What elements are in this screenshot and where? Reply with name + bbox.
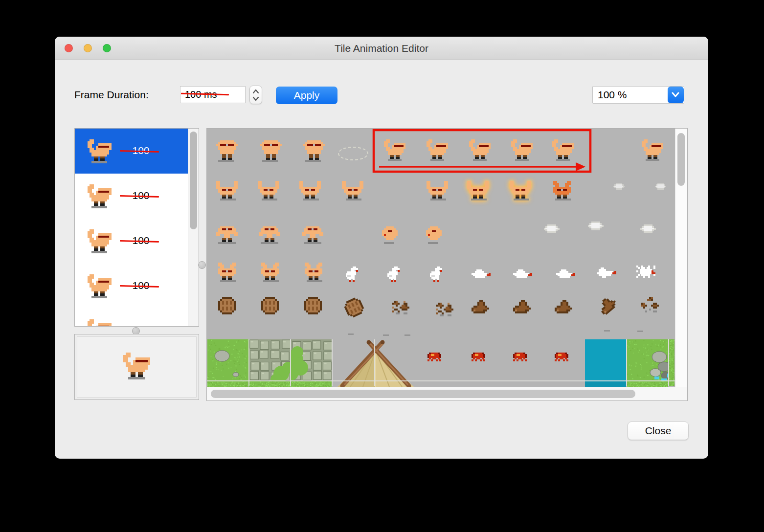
tile-sprite-speck[interactable]	[404, 334, 410, 336]
tile-sprite-raise[interactable]	[469, 139, 491, 161]
tile-sprite-puff[interactable]	[544, 224, 560, 233]
tile-sprite-water[interactable]	[585, 339, 626, 380]
tile-sprite-chickfly[interactable]	[513, 269, 534, 280]
tile-sprite-stand[interactable]	[260, 140, 284, 162]
chevron-down-icon	[252, 96, 259, 101]
tile-sprite-tent[interactable]	[334, 339, 418, 387]
tile-sprite-crab[interactable]	[427, 353, 443, 361]
tile-sprite-speck[interactable]	[348, 333, 354, 335]
tile-sprite-raise[interactable]	[511, 139, 533, 161]
tile-sprite-chickflap[interactable]	[597, 267, 618, 278]
tile-sprite-wide[interactable]	[216, 181, 238, 200]
tile-sprite-debris[interactable]	[434, 303, 455, 316]
zoom-value: 100 %	[598, 89, 627, 100]
tile-sprite-barrel[interactable]	[218, 297, 236, 314]
tile-sprite-puff[interactable]	[640, 224, 656, 233]
tile-sprite-speck[interactable]	[604, 330, 610, 332]
tile-sprite-raise[interactable]	[552, 139, 574, 161]
minimize-window-icon[interactable]	[84, 44, 92, 52]
frame-list-item[interactable]: 100	[75, 309, 188, 327]
tile-sprite-rage[interactable]	[551, 181, 573, 200]
tile-sprite-barrel[interactable]	[304, 297, 322, 314]
tile-sprite-flex[interactable]	[259, 263, 281, 282]
tile-sprite-chickfly[interactable]	[472, 269, 492, 280]
tile-sprite-log[interactable]	[472, 300, 491, 313]
tile-sprite-rolled[interactable]	[424, 226, 446, 244]
tile-sprite-debris[interactable]	[390, 301, 411, 314]
tile-sprite-wide[interactable]	[342, 181, 363, 200]
tile-sprite-chicken[interactable]	[387, 266, 403, 282]
tile-sprite-crouch[interactable]	[259, 224, 280, 244]
tile-sprite-speck[interactable]	[383, 334, 389, 336]
tile-sprite-barrel[interactable]	[261, 297, 279, 314]
tile-sprite-crab[interactable]	[513, 353, 529, 361]
tile-sprite-logtumble[interactable]	[598, 298, 618, 311]
frame-list-item[interactable]: 100	[75, 129, 188, 174]
tile-sprite-stone[interactable]	[249, 339, 290, 380]
tile-sprite-stand[interactable]	[303, 140, 327, 162]
tile-gridline	[248, 339, 249, 386]
tileset-horizontal-scrollbar-thumb[interactable]	[211, 390, 635, 398]
tileset-horizontal-scrollbar[interactable]	[207, 387, 687, 400]
tile-sprite-crab[interactable]	[472, 353, 487, 361]
tile-sprite-log[interactable]	[513, 300, 533, 313]
frame-duration-stepper[interactable]	[249, 86, 262, 104]
frame-list-items: 100100100100100	[75, 129, 188, 327]
tile-sprite-puffsmall[interactable]	[613, 183, 625, 190]
tile-sprite-flex[interactable]	[216, 263, 238, 282]
tile-sprite-chickfly[interactable]	[556, 269, 577, 280]
tile-sprite-speck[interactable]	[637, 331, 643, 332]
frame-duration-input[interactable]: 100 ms	[180, 86, 246, 103]
zoom-window-icon[interactable]	[103, 44, 111, 52]
tile-sprite-raise[interactable]	[427, 139, 448, 161]
frame-list-scrollbar[interactable]	[188, 129, 199, 326]
tile-sprite-raise[interactable]	[384, 139, 405, 161]
tile-sprite-crouch[interactable]	[216, 224, 238, 244]
tile-sprite-wide[interactable]	[299, 181, 321, 200]
tile-sprite-stonegrass[interactable]	[291, 339, 332, 380]
tile-sprite-barreltilt[interactable]	[345, 299, 363, 316]
tile-sprite-grassfrag[interactable]	[249, 381, 290, 387]
zoom-select[interactable]: 100 %	[592, 86, 684, 104]
tile-sprite-waterfrag[interactable]	[585, 381, 626, 387]
tileset-content[interactable]	[207, 129, 675, 387]
tile-sprite-grass[interactable]	[207, 339, 248, 380]
tile-sprite-crab[interactable]	[555, 353, 570, 361]
tile-sprite-log[interactable]	[555, 300, 574, 313]
tile-sprite-wide[interactable]	[427, 181, 448, 200]
frame-list-item[interactable]: 100	[75, 264, 188, 309]
zoom-dropdown-cap[interactable]	[668, 87, 684, 103]
tile-sprite-flex[interactable]	[303, 263, 324, 282]
tile-sprite-stand[interactable]	[216, 140, 240, 162]
tile-sprite-wide[interactable]	[258, 181, 279, 200]
close-button[interactable]: Close	[628, 421, 689, 440]
frame-list-scrollbar-thumb[interactable]	[190, 132, 197, 229]
titlebar[interactable]: Tile Animation Editor	[55, 37, 708, 60]
tile-sprite-grassfrag[interactable]	[207, 381, 248, 387]
tileset-vertical-scrollbar[interactable]	[675, 129, 687, 387]
tile-sprite-chickexplode[interactable]	[636, 266, 659, 278]
tile-sprite-glow[interactable]	[510, 181, 531, 200]
tile-sprite-grassfrag[interactable]	[291, 381, 332, 387]
frame-list-item[interactable]: 100	[75, 219, 188, 264]
tile-sprite-logpieces[interactable]	[639, 297, 661, 312]
tile-sprite-raise[interactable]	[642, 139, 663, 161]
tileset-vertical-scrollbar-thumb[interactable]	[677, 133, 685, 186]
tile-sprite-puffsmall[interactable]	[655, 183, 667, 190]
frame-list-item[interactable]: 100	[75, 174, 188, 219]
close-window-icon[interactable]	[65, 44, 73, 52]
horizontal-splitter-handle[interactable]	[198, 261, 206, 269]
tile-gridline	[290, 339, 291, 386]
tile-sprite-puff[interactable]	[588, 222, 604, 230]
tile-sprite-grassfrag[interactable]	[627, 381, 668, 387]
frame-list[interactable]: 100100100100100	[74, 128, 199, 327]
tile-sprite-glow[interactable]	[467, 181, 489, 200]
tile-sprite-ghost[interactable]	[338, 147, 368, 160]
tile-sprite-rolled[interactable]	[380, 226, 402, 244]
tile-sprite-chicken[interactable]	[430, 266, 446, 282]
apply-button[interactable]: Apply	[276, 87, 337, 104]
tile-sprite-chicken[interactable]	[346, 266, 361, 282]
tile-sprite-greenfrag[interactable]	[669, 339, 674, 386]
tile-sprite-crouch[interactable]	[302, 224, 323, 244]
tile-sprite-grasswater[interactable]	[627, 339, 668, 380]
